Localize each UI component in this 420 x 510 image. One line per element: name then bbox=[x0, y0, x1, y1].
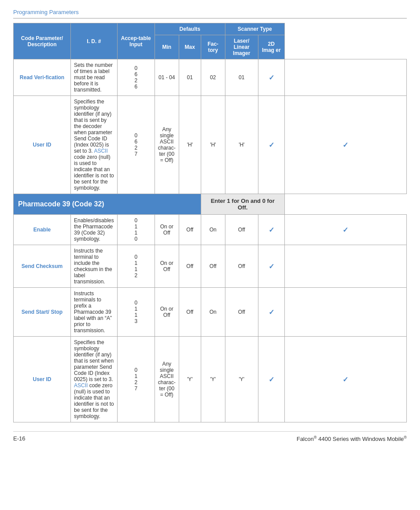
param-id-cell: 0127 bbox=[117, 337, 155, 422]
param-id-cell: 0626 bbox=[117, 59, 155, 96]
param-input-cell: On or Off bbox=[155, 288, 179, 337]
checkmark-2d: ✓ bbox=[343, 226, 348, 234]
param-name-cell: Send Checksum bbox=[14, 245, 71, 288]
param-id-cell: 0113 bbox=[117, 288, 155, 337]
table-row: User IDSpecifies the symbology identifie… bbox=[14, 337, 407, 422]
col-header-id: I. D. # bbox=[71, 23, 118, 59]
table-header-row-1: Code Parameter/ Description I. D. # Acce… bbox=[14, 23, 407, 35]
param-desc-cell: Enables/disables the Pharmacode 39 (Code… bbox=[71, 215, 118, 245]
checkmark-laser: ✓ bbox=[269, 308, 274, 316]
param-input-cell: On or Off bbox=[155, 215, 179, 245]
col-header-max: Max bbox=[179, 35, 201, 59]
param-max-cell: 'Y' bbox=[201, 337, 225, 422]
param-min-cell: 01 bbox=[179, 59, 201, 96]
param-max-cell: 'H' bbox=[201, 96, 225, 194]
param-max-cell: Off bbox=[201, 245, 225, 288]
param-laser-cell: ✓ bbox=[258, 288, 284, 337]
param-input-cell: Any single ASCII charac-ter (00 = Off) bbox=[155, 96, 179, 194]
param-laser-cell: ✓ bbox=[258, 96, 284, 194]
param-laser-cell: ✓ bbox=[258, 337, 284, 422]
param-desc-cell: Instructs terminals to prefix a Pharmaco… bbox=[71, 288, 118, 337]
checkmark-laser: ✓ bbox=[269, 74, 274, 81]
param-factory-cell: Off bbox=[225, 288, 258, 337]
param-2d-cell bbox=[284, 245, 406, 288]
section-title: Pharmacode 39 (Code 32) bbox=[14, 194, 201, 215]
param-factory-cell: 'H' bbox=[225, 96, 258, 194]
param-factory-cell: Off bbox=[225, 215, 258, 245]
param-id-cell: 0112 bbox=[117, 245, 155, 288]
param-2d-cell: ✓ bbox=[284, 96, 406, 194]
param-max-cell: On bbox=[201, 288, 225, 337]
param-2d-cell bbox=[284, 59, 406, 96]
col-header-code: Code Parameter/ Description bbox=[14, 23, 71, 59]
param-id-cell: 0627 bbox=[117, 96, 155, 194]
col-header-min: Min bbox=[155, 35, 179, 59]
section-enter-info: Enter 1 for On and 0 for Off. bbox=[201, 194, 284, 215]
param-factory-cell: 01 bbox=[225, 59, 258, 96]
param-name-cell: Enable bbox=[14, 215, 71, 245]
param-desc-cell: Specifies the symbology identifier (if a… bbox=[71, 337, 118, 422]
param-max-cell: On bbox=[201, 215, 225, 245]
param-input-cell: 01 - 04 bbox=[155, 59, 179, 96]
param-min-cell: 'Y' bbox=[179, 337, 201, 422]
param-laser-cell: ✓ bbox=[258, 59, 284, 96]
col-header-laser: Laser/ Linear Imager bbox=[225, 35, 258, 59]
col-header-input: Accep-table Input bbox=[117, 23, 155, 59]
param-factory-cell: Off bbox=[225, 245, 258, 288]
checkmark-laser: ✓ bbox=[269, 141, 274, 149]
param-min-cell: Off bbox=[179, 288, 201, 337]
param-laser-cell: ✓ bbox=[258, 245, 284, 288]
footer-left: E-16 bbox=[13, 435, 25, 442]
footer-right: Falcon® 4400 Series with Windows Mobile® bbox=[297, 435, 407, 442]
col-header-scanner-type: Scanner Type bbox=[225, 23, 284, 35]
param-name-cell: User ID bbox=[14, 337, 71, 422]
param-min-cell: Off bbox=[179, 245, 201, 288]
table-row: Send ChecksumInstructs the terminal to i… bbox=[14, 245, 407, 288]
table-row: User IDSpecifies the symbology identifie… bbox=[14, 96, 407, 194]
param-desc-cell: Instructs the terminal to include the ch… bbox=[71, 245, 118, 288]
checkmark-laser: ✓ bbox=[269, 263, 274, 270]
param-input-cell: Any single ASCII charac-ter (00 = Off) bbox=[155, 337, 179, 422]
param-id-cell: 0110 bbox=[117, 215, 155, 245]
checkmark-2d: ✓ bbox=[343, 376, 348, 383]
main-table: Code Parameter/ Description I. D. # Acce… bbox=[13, 23, 407, 422]
table-row: EnableEnables/disables the Pharmacode 39… bbox=[14, 215, 407, 245]
page-footer: E-16 Falcon® 4400 Series with Windows Mo… bbox=[13, 431, 407, 442]
param-laser-cell: ✓ bbox=[258, 215, 284, 245]
param-desc-cell: Sets the number of times a label must be… bbox=[71, 59, 118, 96]
table-row: Read Veri-ficationSets the number of tim… bbox=[14, 59, 407, 96]
param-name-cell: Read Veri-fication bbox=[14, 59, 71, 96]
param-min-cell: 'H' bbox=[179, 96, 201, 194]
param-input-cell: On or Off bbox=[155, 245, 179, 288]
param-2d-cell: ✓ bbox=[284, 215, 406, 245]
col-header-defaults: Defaults bbox=[155, 23, 225, 35]
param-factory-cell: 'Y' bbox=[225, 337, 258, 422]
section-header-row: Pharmacode 39 (Code 32)Enter 1 for On an… bbox=[14, 194, 407, 215]
param-desc-cell: Specifies the symbology identifier (if a… bbox=[71, 96, 118, 194]
table-body: Read Veri-ficationSets the number of tim… bbox=[14, 59, 407, 422]
param-name-cell: User ID bbox=[14, 96, 71, 194]
param-2d-cell bbox=[284, 288, 406, 337]
col-header-2d: 2D Imag er bbox=[258, 35, 284, 59]
checkmark-laser: ✓ bbox=[269, 226, 274, 234]
param-max-cell: 02 bbox=[201, 59, 225, 96]
page-header: Programming Parameters bbox=[13, 9, 407, 18]
checkmark-2d: ✓ bbox=[343, 141, 348, 149]
param-min-cell: Off bbox=[179, 215, 201, 245]
param-name-cell: Send Start/ Stop bbox=[14, 288, 71, 337]
col-header-factory: Fac-tory bbox=[201, 35, 225, 59]
checkmark-laser: ✓ bbox=[269, 376, 274, 383]
table-row: Send Start/ StopInstructs terminals to p… bbox=[14, 288, 407, 337]
param-2d-cell: ✓ bbox=[284, 337, 406, 422]
